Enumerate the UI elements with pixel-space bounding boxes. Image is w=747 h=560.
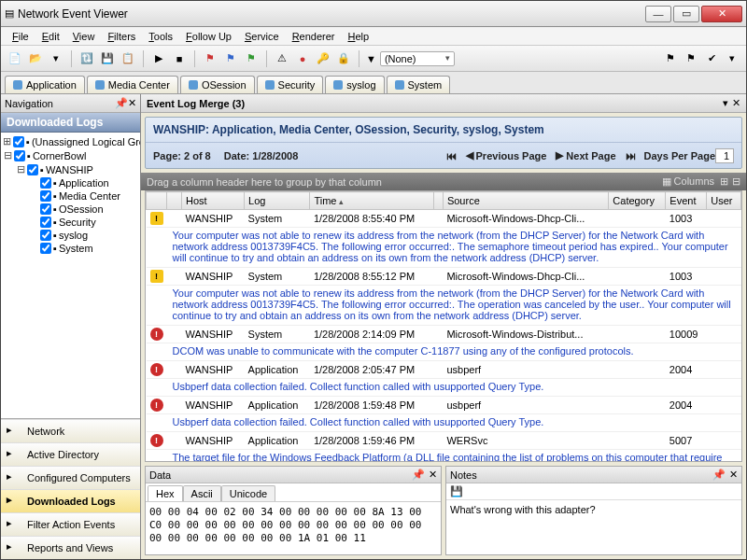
notes-pane-pin-icon[interactable]: 📌 <box>712 469 726 481</box>
log-tab-security[interactable]: Security <box>257 76 324 93</box>
tree-leaf-system[interactable]: ▪System <box>3 242 138 255</box>
log-tab-syslog[interactable]: syslog <box>325 76 384 93</box>
event-grid-wrapper[interactable]: HostLogTimeSourceCategoryEventUser !WANS… <box>145 190 742 462</box>
tree-checkbox[interactable] <box>40 243 51 254</box>
notes-pane-close-icon[interactable]: ✕ <box>729 469 738 481</box>
maximize-button[interactable]: ▭ <box>673 6 699 22</box>
menu-view[interactable]: View <box>67 29 101 44</box>
menu-file[interactable]: File <box>7 29 35 44</box>
days-per-page-input[interactable] <box>715 148 734 163</box>
merge-close-icon[interactable]: ✕ <box>732 97 740 109</box>
previous-page-button[interactable]: ◀ Previous Page <box>461 147 552 164</box>
col-category[interactable]: Category <box>609 192 666 210</box>
menu-tools[interactable]: Tools <box>143 29 178 44</box>
tree-cornerbowl[interactable]: ⊟▪CornerBowl <box>3 148 138 162</box>
tree-checkbox[interactable] <box>40 217 51 228</box>
tree-checkbox[interactable] <box>13 136 24 147</box>
open-icon[interactable]: 📂 <box>27 50 44 67</box>
tree-leaf-syslog[interactable]: ▪syslog <box>3 229 138 242</box>
grid-collapse-icon[interactable]: ⊟ <box>732 175 740 188</box>
event-row[interactable]: !WANSHIPSystem1/28/2008 8:55:12 PMMicros… <box>147 268 741 286</box>
col-event[interactable]: Event <box>666 192 707 210</box>
next-page-button[interactable]: ▶ Next Page <box>551 147 620 164</box>
nav-pin-icon[interactable]: 📌 <box>115 97 128 109</box>
col-icon5[interactable] <box>433 192 443 210</box>
drop-icon[interactable]: ▾ <box>48 50 64 67</box>
event-row[interactable]: !WANSHIPApplication1/28/2008 1:59:48 PMu… <box>147 397 741 414</box>
log-tab-application[interactable]: Application <box>5 76 85 93</box>
event-row[interactable]: !WANSHIPApplication1/28/2008 2:05:47 PMu… <box>147 361 741 379</box>
warn-filter-icon[interactable]: ⚠ <box>274 50 290 67</box>
col-icon0[interactable] <box>147 192 167 210</box>
data-pane-pin-icon[interactable]: 📌 <box>412 469 425 481</box>
nav-link-configured-computers[interactable]: ▸Configured Computers <box>1 466 140 489</box>
tree-checkbox[interactable] <box>14 150 25 161</box>
event-row[interactable]: !WANSHIPSystem1/28/2008 8:55:40 PMMicros… <box>147 210 741 228</box>
save-note-icon[interactable]: 💾 <box>450 485 463 497</box>
filter-dropdown[interactable]: (None) <box>380 51 455 66</box>
tree-leaf-security[interactable]: ▪Security <box>3 216 138 229</box>
col-source[interactable]: Source <box>443 192 608 210</box>
col-time[interactable]: Time <box>310 192 433 210</box>
data-pane-close-icon[interactable]: ✕ <box>429 469 437 481</box>
error-filter-icon[interactable]: ● <box>294 50 311 67</box>
columns-button[interactable]: ▦ Columns <box>662 175 714 188</box>
minimize-button[interactable]: — <box>645 6 671 22</box>
menu-help[interactable]: Help <box>343 29 375 44</box>
toolbar-flag-icon[interactable]: ⚑ <box>662 50 679 67</box>
menu-follow-up[interactable]: Follow Up <box>180 29 237 44</box>
event-row[interactable]: !WANSHIPApplication1/28/2008 1:59:46 PMW… <box>147 432 741 450</box>
toolbar-flag2-icon[interactable]: ⚑ <box>683 50 699 67</box>
col-log[interactable]: Log <box>245 192 310 210</box>
logs-tree[interactable]: ⊞▪(Unassigned Logical Group⊟▪CornerBowl⊟… <box>1 133 140 418</box>
lock-icon[interactable]: 🔒 <box>335 50 352 67</box>
tree-leaf-osession[interactable]: ▪OSession <box>3 203 138 216</box>
nav-link-filter-action-events[interactable]: ▸Filter Action Events <box>1 512 140 536</box>
data-tab-ascii[interactable]: Ascii <box>183 485 221 501</box>
filter-funnel-icon[interactable]: ▼ <box>366 53 376 64</box>
tree-checkbox[interactable] <box>27 164 38 175</box>
merge-dropdown-icon[interactable]: ▾ <box>723 97 728 109</box>
nav-link-downloaded-logs[interactable]: ▸Downloaded Logs <box>1 489 140 512</box>
data-tab-hex[interactable]: Hex <box>148 485 183 501</box>
nav-link-network[interactable]: ▸Network <box>1 419 140 442</box>
tree-wanship[interactable]: ⊟▪WANSHIP <box>3 162 138 176</box>
menu-renderer[interactable]: Renderer <box>287 29 341 44</box>
tree-leaf-media-center[interactable]: ▪Media Center <box>3 189 138 203</box>
flag-blue-icon[interactable]: ⚑ <box>222 50 239 67</box>
tree-checkbox[interactable] <box>40 190 51 202</box>
first-page-button[interactable]: ⏮ <box>442 147 461 164</box>
tree-checkbox[interactable] <box>40 203 51 215</box>
copy-icon[interactable]: 📋 <box>120 50 136 67</box>
grid-expand-icon[interactable]: ⊞ <box>720 175 728 188</box>
flag-red-icon[interactable]: ⚑ <box>202 50 218 67</box>
nav-link-reports-and-views[interactable]: ▸Reports and Views <box>1 536 140 559</box>
col-icon1[interactable] <box>167 192 182 210</box>
merge-tab-label[interactable]: Event Log Merge (3) <box>147 98 245 109</box>
log-tab-osession[interactable]: OSession <box>180 76 255 93</box>
tree-unassigned[interactable]: ⊞▪(Unassigned Logical Group <box>3 134 138 148</box>
save-icon[interactable]: 💾 <box>99 50 116 67</box>
menu-edit[interactable]: Edit <box>36 29 65 44</box>
event-row[interactable]: !WANSHIPSystem1/28/2008 2:14:09 PMMicros… <box>147 326 741 343</box>
flag-green-icon[interactable]: ⚑ <box>243 50 260 67</box>
toolbar-more-icon[interactable]: ▾ <box>724 50 740 67</box>
close-button[interactable]: ✕ <box>701 6 742 22</box>
menu-service[interactable]: Service <box>239 29 285 44</box>
menu-filters[interactable]: Filters <box>102 29 141 44</box>
stop-icon[interactable]: ■ <box>171 50 188 67</box>
tree-leaf-application[interactable]: ▪Application <box>3 176 138 189</box>
col-host[interactable]: Host <box>182 192 245 210</box>
tree-checkbox[interactable] <box>40 230 51 241</box>
key-icon[interactable]: 🔑 <box>315 50 331 67</box>
toolbar-check-icon[interactable]: ✔ <box>703 50 720 67</box>
hex-data-view[interactable]: 00 00 04 00 02 00 34 00 00 00 00 00 8A 1… <box>146 502 441 554</box>
play-icon[interactable]: ▶ <box>150 50 167 67</box>
data-tab-unicode[interactable]: Unicode <box>221 485 275 501</box>
log-tab-system[interactable]: System <box>387 76 451 93</box>
log-tab-media-center[interactable]: Media Center <box>87 76 178 93</box>
new-icon[interactable]: 📄 <box>7 50 23 67</box>
notes-body[interactable]: What's wrong with this adapter? <box>446 500 741 554</box>
nav-link-active-directory[interactable]: ▸Active Directory <box>1 442 140 466</box>
nav-close-icon[interactable]: ✕ <box>128 97 136 109</box>
